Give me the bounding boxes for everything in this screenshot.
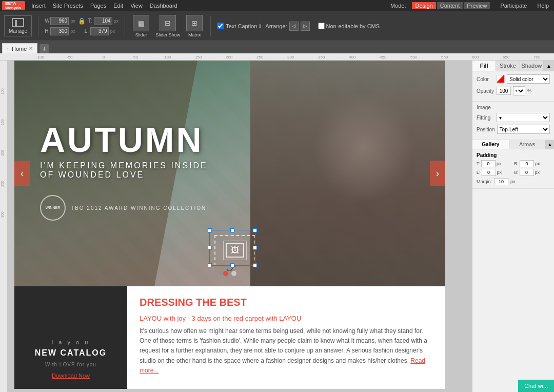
gallery-tabs: Gallery Arrows ▲: [472, 140, 554, 149]
pad-top-label: T:: [477, 161, 480, 166]
pad-right-input[interactable]: [520, 160, 534, 167]
arrange-forward-button[interactable]: ▷: [301, 22, 310, 31]
color-swatch[interactable]: [497, 75, 505, 83]
non-editable-label: Non-editable by CMS: [326, 23, 380, 29]
svg-text:150: 150: [1, 119, 4, 125]
pad-top-cell: T: px: [477, 160, 512, 167]
svg-text:250: 250: [256, 55, 264, 60]
toolbar: Manage W: px 🔒 T: px H: px L: px ▦ Slide…: [0, 11, 554, 41]
panel-tab-stroke[interactable]: Stroke: [496, 61, 520, 71]
matrix-tool-button[interactable]: ⊞ Matrix: [185, 13, 204, 39]
svg-text:-100: -100: [36, 55, 45, 60]
mode-preview-button[interactable]: Preview: [464, 2, 490, 9]
opacity-input[interactable]: [497, 87, 511, 95]
text-caption-checkbox[interactable]: [217, 23, 224, 29]
sidebar-subtitle: With LOVE for you: [45, 362, 96, 367]
slide-dots: [223, 271, 236, 276]
menu-pages[interactable]: Pages: [87, 3, 109, 9]
opacity-row: Opacity ▾ %: [477, 86, 550, 95]
chat-bubble[interactable]: Chat wi...: [518, 380, 554, 392]
sidebar-card: l a y o u NEW CATALOG With LOVE for you …: [14, 286, 127, 389]
tab-home[interactable]: ⌂ Home ✕: [2, 43, 37, 53]
margin-input[interactable]: [494, 178, 508, 185]
color-type-select[interactable]: Solid color: [507, 74, 550, 84]
opacity-select[interactable]: ▾: [513, 86, 525, 95]
left-unit: px: [110, 29, 115, 34]
download-link[interactable]: Download Now: [52, 373, 90, 379]
manage-button[interactable]: Manage: [4, 15, 32, 36]
panel-arrow-up[interactable]: ▲: [544, 61, 554, 71]
tab-close-button[interactable]: ✕: [29, 46, 33, 51]
help-link[interactable]: Help: [534, 3, 552, 9]
panel-tab-shadow[interactable]: Shadow: [520, 61, 544, 71]
height-input[interactable]: [50, 27, 69, 35]
slider-tool-button[interactable]: ▦ Slider: [131, 13, 151, 39]
mode-content-button[interactable]: Content: [437, 2, 463, 9]
pad-bottom-input[interactable]: [520, 169, 534, 176]
fitting-select[interactable]: ▾: [497, 113, 550, 122]
hero-badge-area: WINNER TBO 2012 AWARD WINNING COLLECTION: [40, 195, 208, 221]
menu-dashboard[interactable]: Dashboard: [147, 3, 181, 9]
mode-design-button[interactable]: Design: [412, 2, 436, 9]
tool-buttons: ▦ Slider ⊟ Slider Show ⊞ Matrix: [131, 13, 204, 39]
non-editable-checkbox[interactable]: [318, 23, 325, 29]
participate-link[interactable]: Participate: [497, 3, 530, 9]
svg-text:250: 250: [1, 181, 4, 187]
slider-next-button[interactable]: ›: [430, 161, 445, 186]
slider-show-tool-button[interactable]: ⊟ Slider Show: [154, 13, 182, 39]
panel-tab-fill[interactable]: Fill: [472, 61, 496, 71]
menu-insert[interactable]: Insert: [28, 3, 49, 9]
hero-slider[interactable]: AUTUMN I'M KEEPING MEMORIES INSIDE OF WO…: [14, 61, 445, 286]
position-label: Position: [477, 127, 495, 132]
menu-view[interactable]: View: [127, 3, 146, 9]
svg-text:700: 700: [533, 55, 541, 60]
top-label: T:: [88, 18, 92, 24]
article-area: DRESSING THE BEST LAYOU with joy - 3 day…: [127, 286, 445, 389]
slider-tool-icon: ▦: [133, 15, 149, 31]
gallery-panel-arrow[interactable]: ▲: [546, 140, 554, 149]
gallery-tab[interactable]: Gallery: [472, 140, 509, 149]
article-body-text: It's curious how often we might hear som…: [140, 327, 427, 364]
manage-label: Manage: [9, 28, 27, 34]
pad-left-input[interactable]: [482, 169, 496, 176]
svg-text:550: 550: [441, 55, 448, 60]
position-select[interactable]: Top-Left: [497, 125, 550, 134]
matrix-tool-label: Matrix: [188, 32, 201, 37]
image-row: Image: [477, 105, 550, 110]
menu-edit[interactable]: Edit: [110, 3, 126, 9]
width-input[interactable]: [50, 17, 69, 25]
svg-rect-0: [0, 53, 554, 61]
slider-prev-button[interactable]: ‹: [14, 161, 30, 186]
menu-site-presets[interactable]: Site Presets: [50, 3, 86, 9]
svg-text:200: 200: [226, 55, 233, 60]
image-label: Image: [477, 105, 494, 110]
pad-top-input[interactable]: [481, 160, 496, 167]
panel-tabs: Fill Stroke Shadow ▲: [472, 61, 554, 71]
fitting-row: Fitting ▾: [477, 113, 550, 122]
arrange-back-button[interactable]: ◁: [289, 22, 299, 31]
right-panel: Fill Stroke Shadow ▲ Color Solid color O…: [472, 61, 554, 392]
dimensions-panel: W: px 🔒 T: px H: px L: px: [45, 17, 118, 35]
vertical-ruler: 100 150 200 250 300: [0, 61, 7, 392]
svg-text:400: 400: [349, 55, 356, 60]
mode-label: Mode:: [387, 3, 409, 9]
arrange-area: Arrange: ◁ ▷: [265, 22, 309, 31]
svg-text:150: 150: [195, 55, 202, 60]
svg-text:500: 500: [410, 55, 418, 60]
toolbar-divider-2: [125, 16, 125, 36]
slide-dot-1[interactable]: [223, 271, 228, 276]
slide-dot-2[interactable]: [231, 271, 236, 276]
arrows-tab[interactable]: Arrows: [509, 140, 546, 149]
opacity-unit: %: [527, 88, 531, 93]
svg-text:200: 200: [1, 150, 4, 156]
top-input[interactable]: [94, 17, 112, 25]
text-caption-info-icon: ℹ: [259, 23, 261, 29]
left-input[interactable]: [90, 27, 109, 35]
svg-text:650: 650: [503, 55, 510, 60]
hero-title: AUTUMN: [40, 122, 208, 157]
pad-bottom-label: B:: [514, 170, 519, 175]
image-drag-handle[interactable]: 🖼 ☞: [214, 235, 255, 266]
hero-subtitle-2: OF WOUNDED LOVE: [40, 170, 208, 180]
add-tab-button[interactable]: +: [39, 44, 49, 53]
svg-text:100: 100: [164, 55, 171, 60]
